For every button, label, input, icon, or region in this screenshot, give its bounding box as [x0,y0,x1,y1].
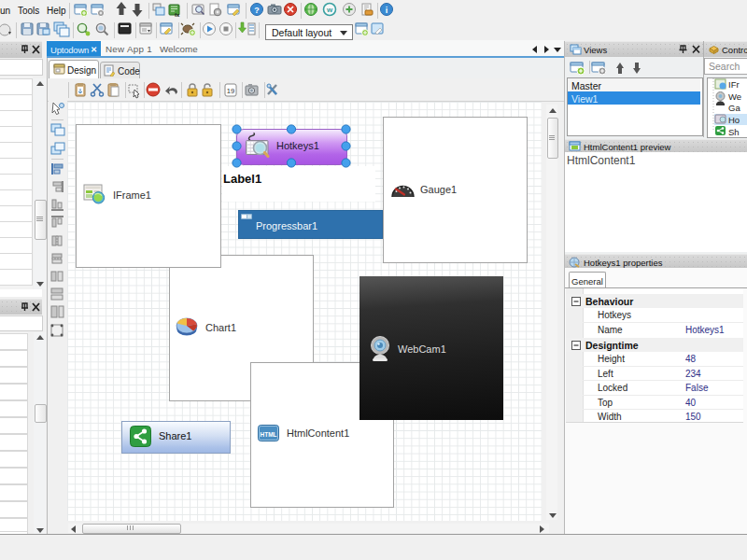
svg-text:Ho: Ho [728,115,740,125]
svg-text:19: 19 [227,87,234,95]
svg-text:?: ? [254,6,260,15]
svg-text:Ga: Ga [728,103,740,113]
svg-text:w: w [326,6,333,14]
svg-text:fx: fx [175,12,180,18]
svg-text:IFr: IFr [728,79,740,90]
svg-text:We: We [728,91,741,102]
svg-text:Sh: Sh [728,127,740,136]
svg-text:HTML: HTML [260,431,276,438]
svg-text:i: i [386,6,388,15]
